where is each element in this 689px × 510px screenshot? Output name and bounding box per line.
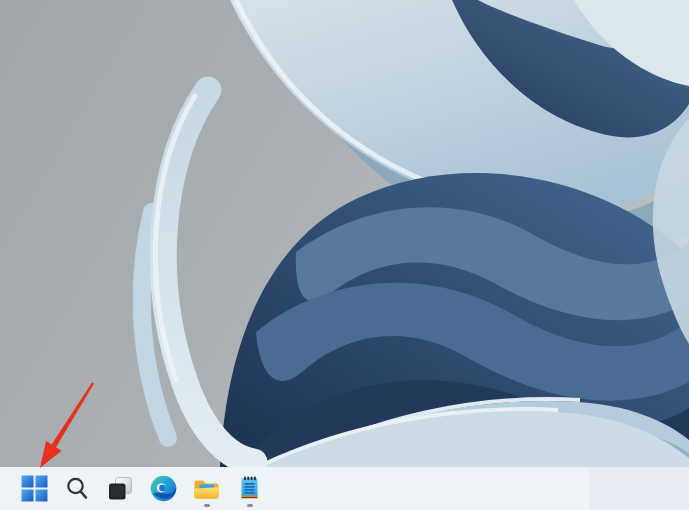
taskbar-edge-button[interactable]	[142, 467, 185, 510]
taskbar-task-view-button[interactable]	[99, 467, 142, 510]
taskbar-right-section	[589, 467, 689, 510]
windows-start-icon	[21, 475, 48, 502]
taskbar-start-button[interactable]	[13, 467, 56, 510]
taskbar	[0, 467, 689, 510]
running-indicator	[247, 504, 253, 507]
taskbar-file-explorer-button[interactable]	[185, 467, 228, 510]
file-explorer-icon	[193, 475, 220, 502]
running-indicator	[204, 504, 210, 507]
search-icon	[64, 475, 91, 502]
taskbar-items	[13, 467, 271, 510]
task-view-icon	[107, 475, 134, 502]
wallpaper-bloom	[0, 0, 689, 467]
notepad-icon	[236, 475, 263, 502]
edge-browser-icon	[150, 475, 177, 502]
taskbar-search-button[interactable]	[56, 467, 99, 510]
desktop	[0, 0, 689, 510]
taskbar-notepad-button[interactable]	[228, 467, 271, 510]
